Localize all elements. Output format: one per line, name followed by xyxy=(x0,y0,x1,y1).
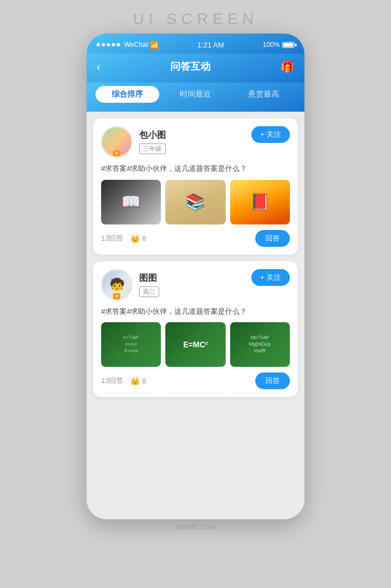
img-row-1 xyxy=(101,180,290,224)
grade-1: 三年级 xyxy=(139,144,166,154)
status-left: WeChat 📶 xyxy=(97,41,159,49)
card-2-user-info: 🧒 V 图图 高三 xyxy=(101,269,159,300)
footer-left-1: 13回答 👑 8 xyxy=(101,233,146,243)
math-board-img-1: v=½at²x=v₀tF=ma xyxy=(101,322,161,367)
answer-btn-2[interactable]: 回答 xyxy=(255,372,290,389)
content-area: V 包小图 三年级 + 关注 #求答案#求助小伙伴，这几道题答案是什么？ xyxy=(87,112,304,519)
card-2-footer: 13回答 👑 8 回答 xyxy=(101,372,290,389)
img-thumb-1-1 xyxy=(101,180,161,224)
card-2-header: 🧒 V 图图 高三 + 关注 xyxy=(101,269,290,300)
follow-btn-2[interactable]: + 关注 xyxy=(251,269,290,286)
reply-count-1: 13回答 xyxy=(101,233,123,243)
avatar-1: V xyxy=(101,126,132,157)
grade-2: 高三 xyxy=(139,286,159,297)
card-1: V 包小图 三年级 + 关注 #求答案#求助小伙伴，这几道题答案是什么？ xyxy=(93,118,298,255)
phone-shell: WeChat 📶 1:21 AM 100% ‹ 问答互动 🎁 综合排序 时间最近… xyxy=(87,34,304,519)
v-badge-2: V xyxy=(113,293,120,299)
username-2: 图图 xyxy=(139,273,159,284)
img-row-2: v=½at²x=v₀tF=ma E=MC² tan·½at²Mg(NO₃)₂mv… xyxy=(101,322,290,367)
reward-count-2: 8 xyxy=(142,377,146,385)
app-name-label: WeChat xyxy=(124,41,148,49)
status-right: 100% xyxy=(263,41,294,49)
tab-comprehensive[interactable]: 综合排序 xyxy=(96,86,159,103)
card-1-header: V 包小图 三年级 + 关注 xyxy=(101,126,290,157)
page-title: UI SCREEN xyxy=(133,10,258,28)
user-meta-2: 图图 高三 xyxy=(139,273,159,297)
reply-count-2: 13回答 xyxy=(101,376,123,386)
crown-icon-1: 👑 xyxy=(130,234,140,243)
math-formula-img: E=MC² xyxy=(165,322,225,367)
img-thumb-2-1: v=½at²x=v₀tF=ma xyxy=(101,322,161,367)
tab-reward[interactable]: 悬赏最高 xyxy=(232,86,295,103)
signal-dot-3 xyxy=(107,43,110,46)
avatar-2: 🧒 V xyxy=(101,269,132,300)
question-text-1: #求答案#求助小伙伴，这几道题答案是什么？ xyxy=(101,163,290,174)
colorful-books-img xyxy=(230,180,290,224)
img-thumb-1-2 xyxy=(165,180,225,224)
question-text-2: #求答案#求助小伙伴，这几道题答案是什么？ xyxy=(101,306,290,317)
v-badge-1: V xyxy=(113,150,120,156)
answer-btn-1[interactable]: 回答 xyxy=(255,230,290,247)
wifi-icon: 📶 xyxy=(150,41,159,49)
card-2: 🧒 V 图图 高三 + 关注 #求答案#求助小伙伴，这几道题答案是什么？ v=½… xyxy=(93,261,298,398)
card-1-footer: 13回答 👑 8 回答 xyxy=(101,230,290,247)
img-thumb-2-2: E=MC² xyxy=(165,322,225,367)
book-open-img xyxy=(101,180,161,224)
reward-info-1: 👑 8 xyxy=(130,234,146,243)
filter-bar: 综合排序 时间最近 悬赏最高 xyxy=(87,83,304,112)
gift-icon[interactable]: 🎁 xyxy=(280,60,294,73)
bottom-label: IBAOTU.COM xyxy=(176,524,215,530)
battery-icon xyxy=(282,42,294,48)
tab-recent[interactable]: 时间最近 xyxy=(164,86,227,103)
status-bar: WeChat 📶 1:21 AM 100% xyxy=(87,34,304,54)
battery-pct-label: 100% xyxy=(263,41,280,49)
img-thumb-2-3: tan·½at²Mg(NO₃)₂mv/R xyxy=(230,322,290,367)
username-1: 包小图 xyxy=(139,130,166,141)
signal-dot-1 xyxy=(97,43,100,46)
card-1-user-info: V 包小图 三年级 xyxy=(101,126,166,157)
img-thumb-1-3 xyxy=(230,180,290,224)
signal-dot-2 xyxy=(102,43,105,46)
reward-info-2: 👑 8 xyxy=(130,376,146,385)
top-bar: ‹ 问答互动 🎁 xyxy=(87,54,304,83)
math-board-img-2: tan·½at²Mg(NO₃)₂mv/R xyxy=(230,322,290,367)
reward-count-1: 8 xyxy=(142,234,146,242)
crown-icon-2: 👑 xyxy=(130,376,140,385)
follow-btn-1[interactable]: + 关注 xyxy=(251,126,290,143)
user-meta-1: 包小图 三年级 xyxy=(139,130,166,154)
book-stack-img xyxy=(165,180,225,224)
page-header-title: 问答互动 xyxy=(170,60,211,73)
signal-dot-4 xyxy=(112,43,115,46)
back-button[interactable]: ‹ xyxy=(97,60,101,73)
status-time: 1:21 AM xyxy=(197,41,224,49)
signal-dot-5 xyxy=(117,43,120,46)
footer-left-2: 13回答 👑 8 xyxy=(101,376,146,386)
